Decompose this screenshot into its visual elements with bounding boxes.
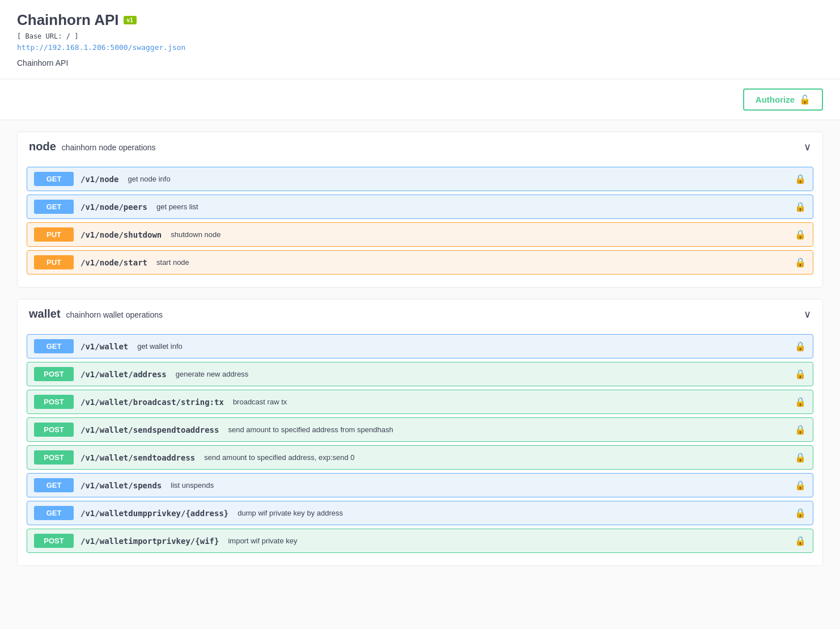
endpoint-row[interactable]: GET/v1/walletget wallet info🔒 bbox=[27, 334, 813, 358]
endpoint-summary: list unspends bbox=[171, 481, 214, 489]
method-badge: GET bbox=[34, 506, 74, 520]
method-badge: GET bbox=[34, 339, 74, 353]
lock-icon: 🔒 bbox=[795, 201, 806, 212]
method-badge: POST bbox=[34, 534, 74, 548]
endpoint-summary: shutdown node bbox=[171, 230, 220, 239]
endpoint-path: /v1/node/shutdown bbox=[80, 230, 162, 239]
endpoint-left: POST/v1/wallet/addressgenerate new addre… bbox=[34, 367, 248, 381]
lock-icon: 🔓 bbox=[799, 94, 811, 105]
endpoint-left: GET/v1/wallet/spendslist unspends bbox=[34, 478, 214, 492]
endpoint-path: /v1/wallet bbox=[80, 342, 128, 351]
endpoint-summary: dump wif private key by address bbox=[237, 509, 343, 517]
endpoint-path: /v1/wallet/spends bbox=[80, 481, 162, 490]
endpoint-left: POST/v1/wallet/sendtoaddresssend amount … bbox=[34, 450, 355, 465]
endpoint-summary: generate new address bbox=[176, 370, 249, 378]
endpoint-path: /v1/wallet/sendspendtoaddress bbox=[80, 425, 219, 434]
endpoint-path: /v1/wallet/address bbox=[80, 370, 167, 379]
section-name: node bbox=[29, 140, 56, 153]
lock-icon: 🔒 bbox=[795, 396, 806, 407]
endpoint-path: /v1/walletimportprivkey/{wif} bbox=[80, 537, 219, 546]
section-body-node: GET/v1/nodeget node info🔒GET/v1/node/pee… bbox=[18, 161, 822, 287]
lock-icon: 🔒 bbox=[795, 535, 806, 546]
method-badge: PUT bbox=[34, 255, 74, 269]
endpoint-row[interactable]: GET/v1/nodeget node info🔒 bbox=[27, 167, 813, 191]
chevron-down-icon: ∨ bbox=[804, 141, 811, 153]
endpoint-row[interactable]: GET/v1/wallet/spendslist unspends🔒 bbox=[27, 473, 813, 497]
lock-icon: 🔒 bbox=[795, 480, 806, 491]
header: Chainhorn API v1 [ Base URL: / ] http://… bbox=[0, 0, 840, 79]
endpoint-summary: get wallet info bbox=[137, 342, 183, 351]
section-header-node[interactable]: nodechainhorn node operations∨ bbox=[18, 132, 822, 161]
method-badge: POST bbox=[34, 395, 74, 409]
endpoint-summary: broadcast raw tx bbox=[233, 398, 287, 406]
lock-icon: 🔒 bbox=[795, 452, 806, 463]
method-badge: POST bbox=[34, 367, 74, 381]
endpoint-path: /v1/node/start bbox=[80, 258, 147, 267]
endpoint-path: /v1/wallet/sendtoaddress bbox=[80, 453, 195, 462]
endpoint-path: /v1/node/peers bbox=[80, 202, 147, 212]
section-header-wallet[interactable]: walletchainhorn wallet operations∨ bbox=[18, 299, 822, 328]
method-badge: POST bbox=[34, 450, 74, 465]
endpoint-summary: start node bbox=[156, 258, 189, 267]
api-title: Chainhorn API bbox=[17, 11, 119, 29]
method-badge: POST bbox=[34, 423, 74, 437]
endpoint-left: PUT/v1/node/shutdownshutdown node bbox=[34, 227, 220, 242]
api-title-row: Chainhorn API v1 bbox=[17, 11, 823, 29]
endpoint-row[interactable]: GET/v1/node/peersget peers list🔒 bbox=[27, 195, 813, 219]
main-content: nodechainhorn node operations∨GET/v1/nod… bbox=[0, 120, 840, 589]
section-wallet: walletchainhorn wallet operations∨GET/v1… bbox=[17, 299, 823, 566]
section-node: nodechainhorn node operations∨GET/v1/nod… bbox=[17, 132, 823, 288]
endpoint-summary: send amount to specified address, exp:se… bbox=[204, 453, 354, 462]
section-name: wallet bbox=[29, 307, 61, 320]
section-description: chainhorn node operations bbox=[62, 143, 156, 152]
endpoint-left: GET/v1/walletget wallet info bbox=[34, 339, 183, 353]
endpoint-row[interactable]: POST/v1/wallet/broadcast/string:txbroadc… bbox=[27, 390, 813, 414]
method-badge: GET bbox=[34, 200, 74, 214]
endpoint-path: /v1/node bbox=[80, 175, 118, 184]
section-body-wallet: GET/v1/walletget wallet info🔒POST/v1/wal… bbox=[18, 328, 822, 565]
endpoint-left: POST/v1/wallet/sendspendtoaddresssend am… bbox=[34, 423, 393, 437]
base-url-label: [ Base URL: / ] bbox=[17, 32, 823, 40]
lock-icon: 🔒 bbox=[795, 508, 806, 518]
lock-icon: 🔒 bbox=[795, 174, 806, 184]
lock-icon: 🔒 bbox=[795, 369, 806, 379]
endpoint-row[interactable]: POST/v1/wallet/sendtoaddresssend amount … bbox=[27, 445, 813, 470]
endpoint-row[interactable]: PUT/v1/node/startstart node🔒 bbox=[27, 250, 813, 275]
endpoint-path: /v1/wallet/broadcast/string:tx bbox=[80, 398, 224, 407]
api-description: Chainhorn API bbox=[17, 58, 823, 67]
section-title: walletchainhorn wallet operations bbox=[29, 307, 163, 320]
endpoint-row[interactable]: POST/v1/wallet/addressgenerate new addre… bbox=[27, 362, 813, 386]
endpoint-left: POST/v1/walletimportprivkey/{wif}import … bbox=[34, 534, 298, 548]
method-badge: PUT bbox=[34, 227, 74, 242]
lock-icon: 🔒 bbox=[795, 424, 806, 435]
endpoint-left: PUT/v1/node/startstart node bbox=[34, 255, 189, 269]
endpoint-row[interactable]: POST/v1/walletimportprivkey/{wif}import … bbox=[27, 529, 813, 553]
chevron-down-icon: ∨ bbox=[804, 308, 811, 320]
endpoint-left: GET/v1/walletdumpprivkey/{address}dump w… bbox=[34, 506, 343, 520]
swagger-link[interactable]: http://192.168.1.206:5000/swagger.json bbox=[17, 43, 185, 52]
lock-icon: 🔒 bbox=[795, 229, 806, 240]
endpoint-row[interactable]: PUT/v1/node/shutdownshutdown node🔒 bbox=[27, 222, 813, 247]
endpoint-summary: send amount to specified address from sp… bbox=[228, 425, 393, 434]
endpoint-summary: import wif private key bbox=[228, 537, 297, 545]
version-badge: v1 bbox=[124, 16, 137, 24]
authorize-bar: Authorize 🔓 bbox=[0, 79, 840, 120]
method-badge: GET bbox=[34, 172, 74, 186]
section-title: nodechainhorn node operations bbox=[29, 140, 156, 153]
lock-icon: 🔒 bbox=[795, 341, 806, 352]
lock-icon: 🔒 bbox=[795, 257, 806, 268]
endpoint-summary: get peers list bbox=[156, 202, 198, 211]
endpoint-row[interactable]: GET/v1/walletdumpprivkey/{address}dump w… bbox=[27, 501, 813, 525]
endpoint-left: GET/v1/nodeget node info bbox=[34, 172, 171, 186]
authorize-label: Authorize bbox=[756, 95, 795, 104]
endpoint-summary: get node info bbox=[128, 175, 170, 183]
authorize-button[interactable]: Authorize 🔓 bbox=[743, 88, 823, 111]
method-badge: GET bbox=[34, 478, 74, 492]
endpoint-left: GET/v1/node/peersget peers list bbox=[34, 200, 198, 214]
endpoint-left: POST/v1/wallet/broadcast/string:txbroadc… bbox=[34, 395, 287, 409]
endpoint-row[interactable]: POST/v1/wallet/sendspendtoaddresssend am… bbox=[27, 417, 813, 442]
section-description: chainhorn wallet operations bbox=[66, 310, 163, 319]
endpoint-path: /v1/walletdumpprivkey/{address} bbox=[80, 509, 228, 518]
